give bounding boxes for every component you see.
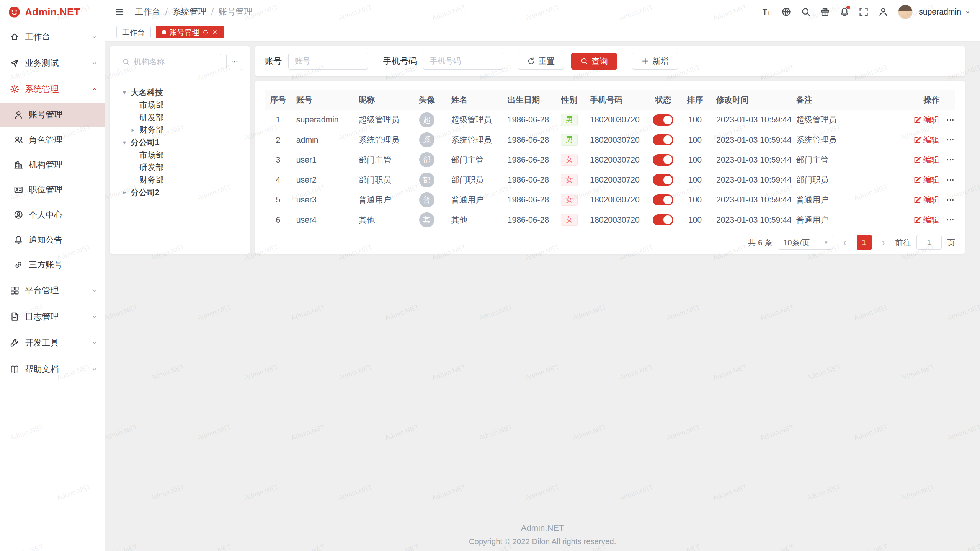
goto-page-input[interactable] bbox=[916, 235, 941, 250]
tab-refresh-icon[interactable] bbox=[203, 29, 209, 35]
edit-button[interactable]: 编辑 bbox=[913, 114, 940, 125]
locale-icon[interactable] bbox=[778, 4, 794, 20]
current-page-button[interactable]: 1 bbox=[857, 235, 872, 250]
next-page-button[interactable]: › bbox=[877, 237, 890, 248]
cell-remark: 普通用户 bbox=[791, 210, 908, 230]
user-icon[interactable] bbox=[875, 4, 891, 20]
cell-remark: 部门职员 bbox=[791, 170, 908, 190]
edit-label: 编辑 bbox=[923, 174, 939, 185]
sidebar-item-system-management[interactable]: 系统管理 bbox=[0, 76, 105, 103]
edit-button[interactable]: 编辑 bbox=[913, 155, 940, 165]
caret-down-icon[interactable]: ▾ bbox=[120, 89, 129, 96]
sidebar-item-notice-announcement[interactable]: 通知公告 bbox=[0, 227, 105, 252]
tab-workbench[interactable]: 工作台 bbox=[116, 26, 151, 39]
tree-node[interactable]: 研发部 bbox=[118, 111, 243, 124]
column-header: 出生日期 bbox=[503, 90, 554, 110]
tree-node-label: 分公司2 bbox=[131, 187, 159, 198]
org-more-button[interactable] bbox=[226, 54, 242, 70]
app-logo[interactable]: Admin.NET bbox=[0, 0, 105, 24]
bell-icon[interactable] bbox=[836, 4, 853, 20]
gender-tag: 女 bbox=[561, 214, 578, 226]
tree-node[interactable]: ▸分公司2 bbox=[118, 186, 243, 199]
menu-icon[interactable] bbox=[111, 4, 127, 20]
sidebar-item-label: 角色管理 bbox=[29, 134, 98, 146]
query-button[interactable]: 查询 bbox=[571, 53, 617, 70]
more-actions-button[interactable] bbox=[946, 116, 955, 124]
page-size-select[interactable]: 10条/页 ▾ bbox=[778, 235, 833, 250]
sidebar-item-help-docs[interactable]: 帮助文档 bbox=[0, 356, 105, 382]
tree-node[interactable]: ▾大名科技 bbox=[118, 86, 243, 99]
status-toggle[interactable] bbox=[653, 114, 673, 126]
status-toggle[interactable] bbox=[653, 214, 673, 225]
cell-birthdate: 1986-06-28 bbox=[503, 170, 554, 190]
status-toggle[interactable] bbox=[653, 174, 673, 185]
sidebar-item-position-management[interactable]: 职位管理 bbox=[0, 178, 105, 202]
status-toggle[interactable] bbox=[653, 194, 673, 205]
sidebar-item-org-management[interactable]: 机构管理 bbox=[0, 152, 105, 177]
cell-nickname: 超级管理员 bbox=[354, 110, 407, 130]
cell-index: 1 bbox=[265, 110, 291, 130]
breadcrumb-item[interactable]: 系统管理 bbox=[173, 6, 206, 18]
reset-button[interactable]: 重置 bbox=[518, 53, 564, 70]
search-icon bbox=[580, 57, 588, 65]
search-icon[interactable] bbox=[798, 4, 814, 20]
sidebar-item-workbench[interactable]: 工作台 bbox=[0, 24, 105, 50]
font-size-icon[interactable]: Tt bbox=[759, 4, 775, 20]
edit-button[interactable]: 编辑 bbox=[913, 194, 940, 205]
caret-down-icon[interactable]: ▾ bbox=[120, 139, 129, 146]
cell-modified-time: 2023-01-03 10:59:44 bbox=[711, 170, 791, 190]
status-toggle[interactable] bbox=[653, 154, 673, 165]
sidebar-item-dev-tools[interactable]: 开发工具 bbox=[0, 330, 105, 356]
refresh-icon bbox=[527, 57, 535, 65]
more-actions-button[interactable] bbox=[946, 176, 955, 184]
chevron-down-icon[interactable] bbox=[964, 8, 971, 15]
tab-account-management[interactable]: 账号管理 bbox=[156, 26, 224, 39]
sidebar-item-log-management[interactable]: 日志管理 bbox=[0, 303, 105, 330]
cell-phone: 18020030720 bbox=[585, 210, 647, 230]
more-actions-button[interactable] bbox=[946, 135, 955, 144]
more-actions-button[interactable] bbox=[946, 196, 955, 204]
account-input[interactable] bbox=[288, 53, 368, 70]
org-search-input[interactable] bbox=[134, 57, 217, 66]
sidebar-item-third-party-account[interactable]: 三方账号 bbox=[0, 253, 105, 277]
tree-node[interactable]: 研发部 bbox=[118, 161, 243, 174]
caret-right-icon[interactable]: ▸ bbox=[120, 189, 129, 196]
edit-button[interactable]: 编辑 bbox=[913, 215, 940, 225]
tree-node[interactable]: 市场部 bbox=[118, 148, 243, 161]
cell-gender: 男 bbox=[554, 130, 585, 150]
column-header: 手机号码 bbox=[585, 90, 647, 110]
cell-modified-time: 2023-01-03 10:59:44 bbox=[711, 210, 791, 230]
add-button[interactable]: 新增 bbox=[632, 53, 678, 70]
accounts-table: 序号账号昵称头像姓名出生日期性别手机号码状态排序修改时间备注操作 1supera… bbox=[265, 90, 955, 230]
status-toggle[interactable] bbox=[653, 134, 673, 145]
cell-remark: 部门主管 bbox=[791, 150, 908, 170]
cell-avatar: 其 bbox=[407, 210, 446, 230]
gender-tag: 男 bbox=[561, 134, 578, 146]
sidebar-item-personal-center[interactable]: 个人中心 bbox=[0, 202, 105, 227]
gift-icon[interactable] bbox=[817, 4, 833, 20]
tab-close-icon[interactable] bbox=[212, 29, 218, 35]
username-label[interactable]: superadmin bbox=[919, 7, 961, 16]
user-avatar[interactable] bbox=[898, 5, 913, 19]
prev-page-button[interactable]: ‹ bbox=[838, 237, 851, 248]
tree-node[interactable]: 市场部 bbox=[118, 99, 243, 111]
cell-phone: 18020030720 bbox=[585, 150, 647, 170]
sidebar-item-platform-management[interactable]: 平台管理 bbox=[0, 277, 105, 304]
main-column: 工作台 / 系统管理 / 账号管理 Tt superadmin 工作台账号管理 bbox=[105, 0, 980, 551]
phone-input[interactable] bbox=[423, 53, 503, 70]
sidebar-item-account-management[interactable]: 账号管理 bbox=[0, 103, 105, 127]
tree-node[interactable]: ▸财务部 bbox=[118, 124, 243, 136]
breadcrumb-item[interactable]: 工作台 bbox=[135, 6, 160, 18]
edit-button[interactable]: 编辑 bbox=[913, 135, 940, 145]
table-row: 4user2部门职员部部门职员1986-06-28女18020030720100… bbox=[265, 170, 955, 190]
sidebar-item-business-test[interactable]: 业务测试 bbox=[0, 50, 105, 77]
fullscreen-icon[interactable] bbox=[856, 4, 872, 20]
more-actions-button[interactable] bbox=[946, 155, 955, 164]
more-actions-button[interactable] bbox=[946, 215, 955, 224]
caret-right-icon[interactable]: ▸ bbox=[129, 126, 137, 134]
cell-index: 4 bbox=[265, 170, 291, 190]
sidebar-item-role-management[interactable]: 角色管理 bbox=[0, 127, 105, 152]
edit-button[interactable]: 编辑 bbox=[913, 174, 940, 185]
tree-node[interactable]: ▾分公司1 bbox=[118, 136, 243, 149]
tree-node[interactable]: 财务部 bbox=[118, 174, 243, 186]
